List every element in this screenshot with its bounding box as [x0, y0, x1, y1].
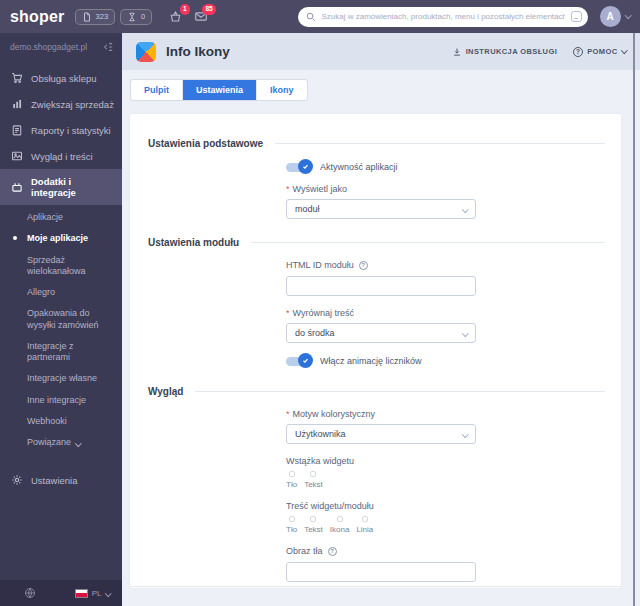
subitem-label: Integracje z partnerami	[27, 341, 74, 362]
sidebar-item-inne-integracje[interactable]: Inne integracje	[0, 390, 122, 411]
color-swatch-content-icon[interactable]	[337, 516, 343, 522]
tab-ustawienia[interactable]: Ustawienia	[182, 80, 256, 100]
shop-domain: demo.shopgadget.pl	[10, 42, 87, 52]
theme-select[interactable]: Użytkownika	[286, 424, 476, 444]
chevron-down-icon	[105, 590, 111, 596]
topbar: shoper 323 0 1 85 A	[0, 0, 640, 33]
sidebar-item-label: Wygląd i treści	[31, 151, 93, 162]
chevron-down-icon	[462, 431, 468, 437]
subitem-label: Inne integracje	[27, 395, 86, 405]
sidebar-item-moje-aplikacje[interactable]: Moje aplikacje	[0, 228, 122, 249]
section-title: Ustawienia podstawowe	[148, 138, 263, 149]
color-swatch-ribbon-bg[interactable]	[289, 471, 295, 477]
chevron-down-icon	[462, 206, 468, 212]
sidebar-footer: PL	[0, 580, 122, 606]
tab-pulpit[interactable]: Pulpit	[131, 80, 182, 100]
toggle-knob	[298, 159, 313, 174]
sidebar-item-wyglad-i-tresci[interactable]: Wygląd i treści	[0, 143, 122, 169]
help-button[interactable]: ? POMOC	[573, 47, 626, 57]
sidebar: demo.shopgadget.pl Obsługa sklepu Zwięks…	[0, 33, 122, 606]
color-swatch-content-line[interactable]	[362, 516, 368, 522]
tab-ikony[interactable]: Ikony	[256, 80, 307, 100]
color-swatch-content-text[interactable]	[310, 516, 316, 522]
html-id-input[interactable]	[286, 276, 476, 296]
shoper-admin-window: shoper 323 0 1 85 A demo.shopgadget.	[0, 0, 640, 606]
sidebar-item-integracje-z-partnerami[interactable]: Integracje z partnerami	[0, 336, 122, 369]
sidebar-item-allegro[interactable]: Allegro	[0, 282, 122, 303]
poland-flag-icon	[75, 589, 88, 598]
sidebar-item-label: Zwiększaj sprzedaż	[31, 99, 114, 110]
app-logo-icon	[136, 42, 156, 62]
color-swatch-content-bg[interactable]	[289, 516, 295, 522]
language-selector[interactable]: PL	[75, 589, 110, 598]
tab-bar: Pulpit Ustawienia Ikony	[122, 70, 640, 114]
avatar[interactable]: A	[600, 6, 621, 27]
align-select[interactable]: do środka	[286, 323, 476, 343]
collapse-sidebar-icon[interactable]	[102, 41, 114, 53]
swatch-label: Linia	[356, 525, 373, 534]
app-active-toggle[interactable]	[286, 163, 310, 172]
swatch-label: Tło	[286, 525, 297, 534]
cart-icon	[11, 72, 23, 84]
display-as-select[interactable]: moduł	[286, 199, 476, 219]
basket-button[interactable]: 1	[169, 10, 182, 23]
required-mark: *	[286, 308, 290, 318]
help-icon[interactable]: ?	[359, 261, 368, 270]
pending-counter[interactable]: 0	[120, 9, 152, 25]
sidebar-item-zwiekszaj-sprzedaz[interactable]: Zwiększaj sprzedaż	[0, 91, 122, 117]
swatch-label: Tekst	[304, 480, 323, 489]
image-icon	[11, 150, 23, 162]
sidebar-item-opakowania[interactable]: Opakowania do wysyłki zamówień	[0, 303, 122, 336]
manual-button[interactable]: INSTRUKCJA OBSŁUGI	[452, 47, 558, 57]
sidebar-item-powiazane[interactable]: Powiązane	[0, 432, 122, 453]
content-swatches: Tło Tekst Ikona	[286, 516, 476, 534]
shoper-logo[interactable]: shoper	[10, 8, 65, 26]
search-input[interactable]	[316, 12, 571, 21]
manual-label: INSTRUKCJA OBSŁUGI	[466, 47, 558, 56]
subitem-label: Integracje własne	[27, 373, 97, 383]
messages-button[interactable]: 85	[194, 10, 208, 23]
document-icon	[82, 12, 92, 22]
sidebar-item-integracje-wlasne[interactable]: Integracje własne	[0, 368, 122, 389]
account-chevron-down-icon[interactable]	[625, 12, 631, 18]
sidebar-item-raporty-i-statystyki[interactable]: Raporty i statystyki	[0, 117, 122, 143]
select-value: do środka	[295, 328, 335, 338]
page-title: Info Ikony	[166, 44, 230, 59]
content-area: Info Ikony INSTRUKCJA OBSŁUGI ? POMOC Pu…	[122, 33, 640, 606]
toggle-label: Aktywność aplikacji	[320, 162, 398, 172]
sidebar-item-sprzedaz-wielokanalowa[interactable]: Sprzedaż wielokanałowa	[0, 250, 122, 283]
sidebar-item-ustawienia[interactable]: Ustawienia	[0, 467, 122, 493]
chevron-down-icon	[462, 330, 468, 336]
field-label-align: * Wyrównaj treść	[286, 308, 476, 318]
required-mark: *	[286, 409, 290, 419]
sidebar-item-obsluga-sklepu[interactable]: Obsługa sklepu	[0, 65, 122, 91]
keyboard-shortcut-icon	[571, 11, 582, 22]
toggle-knob	[298, 353, 313, 368]
section-title: Wygląd	[148, 386, 183, 397]
swatch-label: Tekst	[304, 525, 323, 534]
sidebar-item-aplikacje[interactable]: Aplikacje	[0, 207, 122, 228]
toggle-label: Włącz animację liczników	[320, 356, 422, 366]
field-label-ribbon: Wstążka widgetu	[286, 456, 476, 466]
divider	[195, 391, 605, 392]
sidebar-item-webhooki[interactable]: Webhooki	[0, 411, 122, 432]
divider	[275, 143, 605, 144]
scrollbar[interactable]	[633, 33, 635, 606]
sidebar-nav: Obsługa sklepu Zwiększaj sprzedaż Raport…	[0, 61, 122, 580]
orders-count: 323	[96, 12, 109, 21]
divider	[251, 242, 605, 243]
orders-counter[interactable]: 323	[75, 9, 116, 25]
color-swatch-ribbon-text[interactable]	[310, 471, 316, 477]
subitem-label: Opakowania do wysyłki zamówień	[27, 308, 99, 329]
report-icon	[11, 124, 23, 136]
subitem-label: Powiązane	[27, 437, 71, 447]
global-search	[298, 7, 588, 27]
counter-animation-toggle[interactable]	[286, 357, 310, 366]
background-image-input[interactable]	[286, 562, 476, 582]
gear-icon	[11, 474, 23, 486]
globe-icon[interactable]	[24, 587, 36, 599]
help-icon[interactable]: ?	[328, 547, 337, 556]
section-basic-settings: Ustawienia podstawowe Aktywność aplikacj…	[130, 114, 621, 223]
sidebar-item-dodatki-i-integracje[interactable]: Dodatki i integracje	[0, 169, 122, 205]
chart-icon	[11, 98, 23, 110]
